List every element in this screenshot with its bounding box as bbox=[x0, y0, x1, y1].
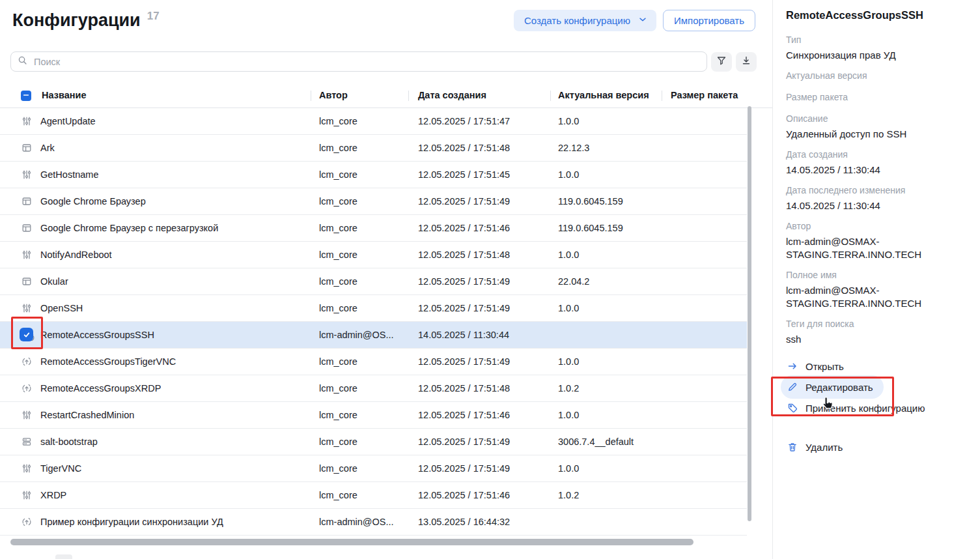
table-row[interactable]: Google Chrome Браузер lcm_core 12.05.202… bbox=[0, 188, 747, 215]
config-type-icon bbox=[21, 490, 32, 500]
config-version: 119.0.6045.159 bbox=[558, 196, 623, 207]
detail-field-label: Размер пакета bbox=[786, 91, 964, 103]
configurations-page: Конфигурации 17 Создать конфигурацию Имп… bbox=[0, 0, 980, 559]
config-name: OpenSSH bbox=[40, 303, 83, 313]
config-type-icon bbox=[21, 437, 32, 447]
column-divider bbox=[311, 91, 311, 101]
horizontal-scrollbar[interactable] bbox=[10, 539, 693, 545]
search-row bbox=[10, 51, 757, 72]
table-row[interactable]: Okular lcm_core 12.05.2025 / 17:51:49 22… bbox=[0, 268, 747, 295]
row-checkbox-checked[interactable] bbox=[20, 328, 33, 341]
filter-button[interactable] bbox=[711, 52, 732, 72]
select-all-checkbox[interactable] bbox=[21, 91, 31, 101]
config-type-icon bbox=[21, 250, 32, 260]
table-row[interactable]: salt-bootstrap lcm_core 12.05.2025 / 17:… bbox=[0, 429, 747, 455]
table-row[interactable]: NotifyAndReboot lcm_core 12.05.2025 / 17… bbox=[0, 242, 747, 268]
panel-action[interactable]: Открыть bbox=[781, 356, 854, 377]
config-name: RemoteAccessGroupsXRDP bbox=[40, 383, 161, 394]
pagination-partial bbox=[55, 554, 72, 559]
panel-action[interactable]: Удалить bbox=[781, 437, 853, 457]
config-author: lcm_core bbox=[319, 410, 357, 420]
config-author: lcm-admin@OS... bbox=[319, 330, 394, 340]
panel-action-label: Удалить bbox=[805, 442, 843, 453]
panel-action-icon bbox=[787, 442, 798, 452]
table-row[interactable]: Ark lcm_core 12.05.2025 / 17:51:48 22.12… bbox=[0, 135, 747, 162]
config-name: RemoteAccessGroupsTigerVNC bbox=[40, 356, 176, 367]
config-name: Пример конфигурации синхронизации УД bbox=[40, 517, 223, 527]
config-author: lcm_core bbox=[319, 490, 357, 500]
table-row[interactable]: RemoteAccessGroupsSSH lcm-admin@OS... 14… bbox=[0, 322, 747, 349]
table-row[interactable]: AgentUpdate lcm_core 12.05.2025 / 17:51:… bbox=[0, 108, 747, 135]
detail-field: Размер пакета bbox=[786, 91, 964, 103]
search-box[interactable] bbox=[10, 51, 707, 72]
column-header-size[interactable]: Размер пакета bbox=[671, 90, 738, 100]
config-created: 14.05.2025 / 11:30:44 bbox=[418, 330, 509, 340]
table-row[interactable]: RemoteAccessGroupsXRDP lcm_core 12.05.20… bbox=[0, 375, 747, 402]
table-row[interactable]: RemoteAccessGroupsTigerVNC lcm_core 12.0… bbox=[0, 349, 747, 375]
config-created: 12.05.2025 / 17:51:45 bbox=[418, 169, 510, 180]
config-version: 1.0.2 bbox=[558, 383, 579, 394]
config-version: 22.12.3 bbox=[558, 143, 589, 153]
panel-action-icon bbox=[787, 361, 798, 371]
config-version: 1.0.0 bbox=[558, 250, 579, 260]
config-version: 1.0.0 bbox=[558, 169, 579, 180]
table-body: AgentUpdate lcm_core 12.05.2025 / 17:51:… bbox=[0, 108, 747, 536]
column-header-created[interactable]: Дата создания bbox=[418, 90, 486, 100]
vertical-scrollbar[interactable] bbox=[748, 106, 751, 521]
detail-field-label: Тип bbox=[786, 34, 964, 46]
create-configuration-label: Создать конфигурацию bbox=[524, 15, 630, 26]
config-version: 1.0.2 bbox=[558, 490, 579, 500]
config-author: lcm_core bbox=[319, 169, 357, 180]
table-row[interactable]: RestartCrashedMinion lcm_core 12.05.2025… bbox=[0, 402, 747, 429]
panel-action[interactable]: Редактировать bbox=[781, 375, 884, 399]
detail-field-value: Синхронизация прав УД bbox=[786, 49, 964, 62]
column-header-name[interactable]: Название bbox=[42, 90, 86, 100]
config-type-icon bbox=[21, 116, 32, 126]
config-type-icon bbox=[21, 303, 32, 313]
detail-field: Описание Удаленный доступ по SSH bbox=[786, 113, 964, 141]
config-author: lcm_core bbox=[319, 383, 357, 394]
config-author: lcm_core bbox=[319, 463, 357, 474]
config-created: 12.05.2025 / 17:51:49 bbox=[418, 303, 510, 313]
config-name: Google Chrome Браузер с перезагрузкой bbox=[40, 223, 218, 233]
config-created: 12.05.2025 / 17:51:48 bbox=[418, 250, 510, 260]
table-row[interactable]: GetHostname lcm_core 12.05.2025 / 17:51:… bbox=[0, 162, 747, 188]
details-panel: RemoteAccessGroupsSSH Тип Синхронизация … bbox=[772, 0, 980, 559]
config-created: 13.05.2025 / 16:44:32 bbox=[418, 517, 510, 527]
config-version: 1.0.0 bbox=[558, 356, 579, 367]
detail-field-value: lcm-admin@OSMAX-STAGING.TERRA.INNO.TECH bbox=[786, 284, 964, 310]
column-header-version[interactable]: Актуальная версия bbox=[558, 90, 649, 100]
detail-field: Полное имя lcm-admin@OSMAX-STAGING.TERRA… bbox=[786, 269, 964, 310]
config-name: RemoteAccessGroupsSSH bbox=[40, 330, 154, 340]
page-header: Конфигурации 17 Создать конфигурацию Имп… bbox=[12, 9, 755, 34]
table-row[interactable]: OpenSSH lcm_core 12.05.2025 / 17:51:49 1… bbox=[0, 295, 747, 322]
table-row[interactable]: Google Chrome Браузер с перезагрузкой lc… bbox=[0, 215, 747, 242]
column-divider bbox=[408, 91, 409, 101]
table-row[interactable]: XRDP lcm_core 12.05.2025 / 17:51:46 1.0.… bbox=[0, 482, 747, 509]
detail-field-label: Актуальная версия bbox=[786, 70, 964, 81]
config-type-icon bbox=[21, 276, 32, 287]
table-row[interactable]: TigerVNC lcm_core 12.05.2025 / 17:51:49 … bbox=[0, 455, 747, 482]
config-created: 12.05.2025 / 17:51:48 bbox=[418, 143, 510, 153]
table-row[interactable]: Пример конфигурации синхронизации УД lcm… bbox=[0, 509, 747, 536]
config-created: 12.05.2025 / 17:51:49 bbox=[418, 463, 510, 474]
search-input[interactable] bbox=[33, 56, 700, 68]
config-type-icon bbox=[21, 143, 32, 153]
config-name: Okular bbox=[40, 276, 68, 287]
download-icon bbox=[741, 55, 751, 68]
config-name: AgentUpdate bbox=[40, 116, 96, 126]
import-button[interactable]: Импортировать bbox=[663, 10, 755, 31]
config-author: lcm_core bbox=[319, 250, 357, 260]
detail-field-label: Дата создания bbox=[786, 149, 964, 160]
config-name: GetHostname bbox=[40, 169, 98, 180]
column-header-author[interactable]: Автор bbox=[319, 90, 348, 100]
create-configuration-button[interactable]: Создать конфигурацию bbox=[514, 10, 656, 31]
config-author: lcm_core bbox=[319, 303, 357, 313]
export-button[interactable] bbox=[736, 52, 757, 72]
config-name: RestartCrashedMinion bbox=[40, 410, 134, 420]
details-title: RemoteAccessGroupsSSH bbox=[786, 9, 964, 22]
config-name: Ark bbox=[40, 143, 55, 153]
config-author: lcm_core bbox=[319, 356, 357, 367]
config-type-icon bbox=[21, 223, 32, 233]
panel-action[interactable]: Применить конфигурацию bbox=[781, 397, 935, 418]
